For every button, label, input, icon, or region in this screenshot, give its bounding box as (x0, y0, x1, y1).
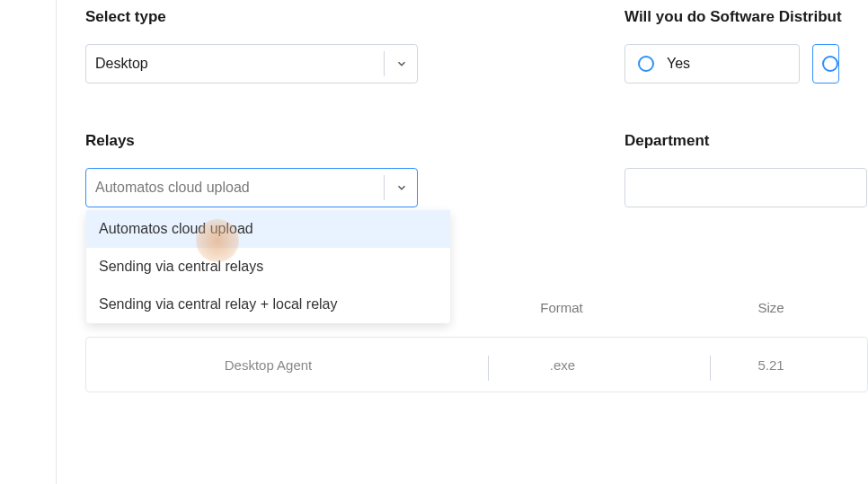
table-row: Desktop Agent .exe 5.21 (85, 337, 868, 392)
select-type-dropdown[interactable]: Desktop (85, 44, 418, 84)
department-input[interactable] (624, 168, 867, 207)
relays-placeholder: Automatos cloud upload (95, 180, 373, 196)
select-type-value: Desktop (95, 56, 373, 72)
dropdown-option-cloud-upload[interactable]: Automatos cloud upload (86, 210, 450, 248)
cell-divider (710, 356, 711, 381)
software-distribution-label: Will you do Software Distribut (624, 8, 868, 26)
relays-dropdown-menu: Automatos cloud upload Sending via centr… (86, 210, 450, 323)
dropdown-option-central-relays[interactable]: Sending via central relays (86, 248, 450, 286)
radio-icon (638, 56, 654, 72)
select-type-label: Select type (85, 8, 624, 26)
secondary-option[interactable] (812, 44, 839, 84)
chevron-down-icon (395, 181, 408, 194)
panel-left-edge (56, 0, 57, 484)
cell-size: 5.21 (675, 357, 867, 373)
cell-format: .exe (450, 357, 675, 373)
relays-dropdown[interactable]: Automatos cloud upload Automatos cloud u… (85, 168, 418, 207)
chevron-down-icon (395, 57, 408, 70)
col-header-format: Format (449, 300, 674, 315)
cell-name: Desktop Agent (86, 357, 450, 373)
radio-icon (822, 56, 838, 72)
select-divider (384, 51, 385, 76)
yes-option[interactable]: Yes (624, 44, 800, 84)
dropdown-option-central-local-relay[interactable]: Sending via central relay + local relay (86, 286, 450, 323)
relays-divider (384, 175, 385, 200)
department-label: Department (624, 132, 868, 150)
relays-label: Relays (85, 132, 624, 150)
yes-label: Yes (667, 56, 690, 72)
col-header-size: Size (674, 300, 868, 315)
